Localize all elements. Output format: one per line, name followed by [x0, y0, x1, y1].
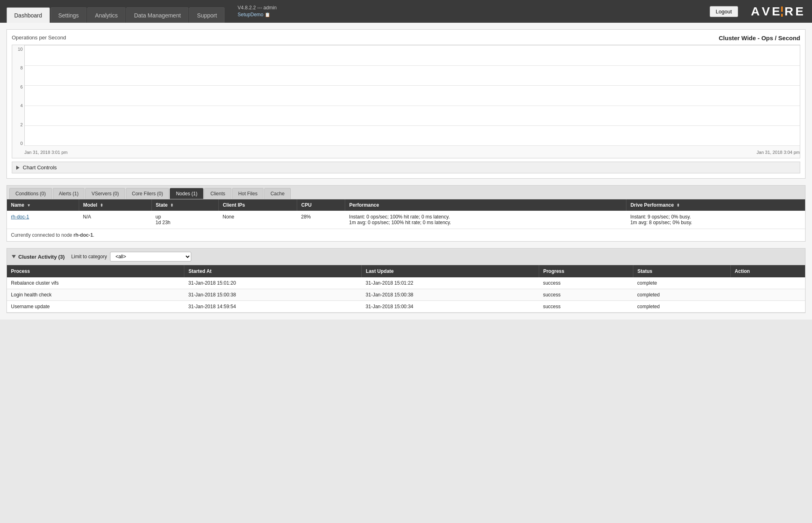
- tab-content: Name ▼ Model ⬍ State ⬍ Client IPs CPU: [7, 199, 805, 241]
- y-8: 8: [20, 65, 23, 70]
- cell-cpu: 28%: [297, 211, 345, 229]
- grid-line-0: [25, 145, 800, 146]
- activity-cell-progress: success: [539, 289, 633, 301]
- cluster-activity: Cluster Activity (3) Limit to category <…: [6, 248, 806, 313]
- sort-icon-model[interactable]: ⬍: [100, 203, 103, 207]
- activity-cell-status: completed: [633, 289, 731, 301]
- logo-r: R: [784, 4, 795, 18]
- activity-cell-process: Rebalance cluster vifs: [7, 277, 184, 289]
- activity-title: Cluster Activity (3): [12, 254, 65, 260]
- y-0: 0: [20, 141, 23, 146]
- activity-cell-last_update: 31-Jan-2018 15:00:38: [362, 289, 539, 301]
- activity-row: Login health check31-Jan-2018 15:00:3831…: [7, 289, 805, 301]
- activity-cell-started_at: 31-Jan-2018 15:00:38: [184, 289, 362, 301]
- y-4: 4: [20, 103, 23, 108]
- col-process: Process: [7, 265, 184, 277]
- cell-client-ips: None: [218, 211, 297, 229]
- activity-cell-last_update: 31-Jan-2018 15:01:22: [362, 277, 539, 289]
- logo-bars: [781, 6, 783, 17]
- header: Dashboard Settings Analytics Data Manage…: [0, 0, 812, 23]
- activity-header: Cluster Activity (3) Limit to category <…: [7, 249, 805, 265]
- x-axis-labels: Jan 31, 2018 3:01 pm Jan 31, 2018 3:04 p…: [24, 147, 800, 158]
- setup-link[interactable]: SetupDemo 📋: [238, 12, 270, 17]
- cell-drive-performance: Instant: 9 ops/sec; 0% busy. 1m avg: 8 o…: [626, 211, 805, 229]
- tab-alerts[interactable]: Alerts (1): [53, 188, 85, 199]
- grid-line-6: [25, 85, 800, 86]
- y-2: 2: [20, 122, 23, 127]
- tab-core-filers[interactable]: Core Filers (0): [126, 188, 169, 199]
- sort-icon-name[interactable]: ▼: [27, 203, 31, 207]
- cluster-wide-label: Cluster Wide - Ops / Second: [719, 35, 800, 41]
- grid-line-4: [25, 106, 800, 106]
- activity-cell-last_update: 31-Jan-2018 15:00:34: [362, 301, 539, 313]
- grid-line-8: [25, 65, 800, 66]
- chart-plot: [24, 45, 800, 146]
- tab-clients[interactable]: Clients: [204, 188, 231, 199]
- col-status: Status: [633, 265, 731, 277]
- activity-title-text: Cluster Activity (3): [18, 254, 65, 260]
- col-model: Model ⬍: [79, 199, 151, 211]
- main-content: Operations per Second Cluster Wide - Ops…: [0, 23, 812, 320]
- activity-cell-action: [730, 289, 805, 301]
- cell-name: rh-doc-1: [7, 211, 79, 229]
- header-right: Logout A V E R E: [710, 4, 806, 18]
- connected-node: rh-doc-1: [73, 232, 93, 238]
- tab-vservers[interactable]: VServers (0): [85, 188, 125, 199]
- logo-a: A: [751, 4, 762, 18]
- setup-icon: 📋: [265, 12, 270, 17]
- tab-conditions[interactable]: Conditions (0): [9, 188, 52, 199]
- tab-dashboard[interactable]: Dashboard: [6, 7, 50, 23]
- x-end: Jan 31, 2018 3:04 pm: [757, 150, 800, 155]
- x-start: Jan 31, 2018 3:01 pm: [24, 150, 67, 155]
- tab-hot-files[interactable]: Hot Files: [232, 188, 263, 199]
- chart-title-row: Operations per Second Cluster Wide - Ops…: [12, 35, 800, 41]
- grid-line-10: [25, 45, 800, 45]
- table-row: rh-doc-1 N/A up 1d 23h None 28% Instant:…: [7, 211, 805, 229]
- chart-area: 10 8 6 4 2 0 Jan 31, 2018 3:01 pm Jan 31…: [12, 45, 800, 158]
- node-link[interactable]: rh-doc-1: [11, 214, 29, 220]
- chart-controls-label: Chart Controls: [23, 164, 57, 171]
- tab-data-management[interactable]: Data Management: [126, 7, 188, 23]
- tab-cache[interactable]: Cache: [264, 188, 291, 199]
- activity-cell-process: Login health check: [7, 289, 184, 301]
- version-info: V4.8.2.2 --- admin SetupDemo 📋: [238, 4, 276, 18]
- activity-row: Username update31-Jan-2018 14:59:5431-Ja…: [7, 301, 805, 313]
- tab-bar: Conditions (0) Alerts (1) VServers (0) C…: [7, 186, 805, 199]
- activity-rows: Rebalance cluster vifs31-Jan-2018 15:01:…: [7, 277, 805, 313]
- activity-cell-started_at: 31-Jan-2018 14:59:54: [184, 301, 362, 313]
- col-progress: Progress: [539, 265, 633, 277]
- logo-v: V: [762, 4, 772, 18]
- col-last-update: Last Update: [362, 265, 539, 277]
- chart-controls[interactable]: Chart Controls: [12, 162, 800, 173]
- sort-icon-drive[interactable]: ⬍: [676, 203, 680, 207]
- tabs-section: Conditions (0) Alerts (1) VServers (0) C…: [6, 185, 806, 242]
- logout-button[interactable]: Logout: [710, 6, 738, 17]
- avere-logo: A V E R E: [751, 4, 806, 18]
- cell-state: up 1d 23h: [151, 211, 218, 229]
- nodes-table: Name ▼ Model ⬍ State ⬍ Client IPs CPU: [7, 199, 805, 229]
- y-10: 10: [18, 47, 23, 52]
- activity-collapse-icon[interactable]: [12, 255, 16, 258]
- chart-section: Operations per Second Cluster Wide - Ops…: [6, 29, 806, 179]
- ops-label: Operations per Second: [12, 35, 66, 41]
- y-6: 6: [20, 84, 23, 89]
- col-name: Name ▼: [7, 199, 79, 211]
- tab-settings[interactable]: Settings: [51, 7, 87, 23]
- connected-msg: Currently connected to node rh-doc-1.: [7, 229, 805, 241]
- activity-cell-action: [730, 301, 805, 313]
- col-client-ips: Client IPs: [218, 199, 297, 211]
- version-text: V4.8.2.2 --- admin: [238, 5, 276, 11]
- nav-tabs: Dashboard Settings Analytics Data Manage…: [6, 0, 225, 23]
- limit-select[interactable]: <all>: [110, 252, 191, 262]
- cell-performance: Instant: 0 ops/sec; 100% hit rate; 0 ms …: [345, 211, 626, 229]
- tab-analytics[interactable]: Analytics: [87, 7, 125, 23]
- tab-support[interactable]: Support: [189, 7, 225, 23]
- limit-category: Limit to category <all>: [71, 252, 191, 262]
- tab-nodes[interactable]: Nodes (1): [170, 188, 203, 199]
- logo-e2: E: [795, 4, 806, 18]
- col-started-at: Started At: [184, 265, 362, 277]
- sort-icon-state[interactable]: ⬍: [170, 203, 173, 207]
- chart-controls-icon: [16, 166, 19, 170]
- limit-label: Limit to category: [71, 254, 107, 259]
- activity-table: Process Started At Last Update Progress …: [7, 265, 805, 313]
